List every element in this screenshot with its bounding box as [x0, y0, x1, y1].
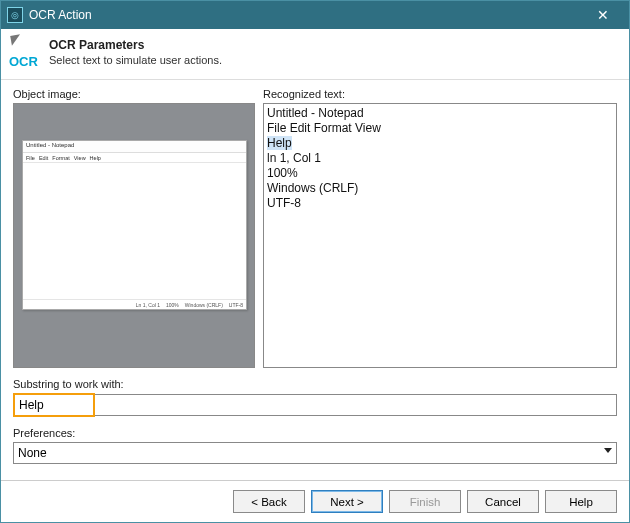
back-button[interactable]: < Back — [233, 490, 305, 513]
thumb-status-item: Ln 1, Col 1 — [136, 302, 160, 308]
thumb-status-item: Windows (CRLF) — [185, 302, 223, 308]
recognized-line[interactable]: 100% — [267, 166, 613, 181]
thumb-menu-item: Edit — [39, 155, 48, 161]
wizard-header: OCR OCR Parameters Select text to simula… — [1, 29, 629, 80]
app-icon: ◎ — [7, 7, 23, 23]
finish-button: Finish — [389, 490, 461, 513]
object-image-panel[interactable]: Untitled - Notepad File Edit Format View… — [13, 103, 255, 368]
thumb-status-item: 100% — [166, 302, 179, 308]
content-area: Object image: Untitled - Notepad File Ed… — [1, 80, 629, 480]
preferences-value: None — [18, 446, 47, 460]
substring-input-bg — [13, 394, 617, 416]
thumb-status-item: UTF-8 — [229, 302, 243, 308]
thumb-menu-item: File — [26, 155, 35, 161]
header-subtitle: Select text to simulate user actions. — [49, 54, 222, 66]
recognized-line[interactable]: ln 1, Col 1 — [267, 151, 613, 166]
ocr-cursor-icon: OCR — [9, 35, 43, 69]
ocr-action-window: ◎ OCR Action ✕ OCR OCR Parameters Select… — [0, 0, 630, 523]
header-text: OCR Parameters Select text to simulate u… — [49, 38, 222, 66]
thumb-menu-item: View — [74, 155, 86, 161]
object-image-label: Object image: — [13, 88, 255, 100]
chevron-down-icon — [604, 448, 612, 453]
thumb-menu: File Edit Format View Help — [23, 153, 246, 163]
recognized-text-panel[interactable]: Untitled - NotepadFile Edit Format ViewH… — [263, 103, 617, 368]
header-title: OCR Parameters — [49, 38, 222, 52]
titlebar: ◎ OCR Action ✕ — [1, 1, 629, 29]
substring-label: Substring to work with: — [13, 378, 617, 390]
recognized-line[interactable]: Help — [267, 136, 613, 151]
preferences-label: Preferences: — [13, 427, 617, 439]
thumb-title: Untitled - Notepad — [23, 141, 246, 153]
substring-input[interactable]: Help — [13, 393, 95, 417]
notepad-thumbnail: Untitled - Notepad File Edit Format View… — [22, 140, 247, 310]
preferences-combobox[interactable]: None — [13, 442, 617, 464]
wizard-footer: < Back Next > Finish Cancel Help — [1, 480, 629, 522]
thumb-status: Ln 1, Col 1 100% Windows (CRLF) UTF-8 — [23, 299, 246, 309]
recognized-line[interactable]: File Edit Format View — [267, 121, 613, 136]
thumb-menu-item: Help — [90, 155, 101, 161]
thumb-menu-item: Format — [52, 155, 69, 161]
substring-value: Help — [19, 398, 44, 412]
next-button[interactable]: Next > — [311, 490, 383, 513]
recognized-line[interactable]: UTF-8 — [267, 196, 613, 211]
recognized-line[interactable]: Untitled - Notepad — [267, 106, 613, 121]
help-button[interactable]: Help — [545, 490, 617, 513]
recognized-line[interactable]: Windows (CRLF) — [267, 181, 613, 196]
close-icon[interactable]: ✕ — [583, 1, 623, 29]
recognized-text-label: Recognized text: — [263, 88, 617, 100]
window-title: OCR Action — [29, 8, 583, 22]
thumb-body — [23, 163, 246, 299]
cancel-button[interactable]: Cancel — [467, 490, 539, 513]
